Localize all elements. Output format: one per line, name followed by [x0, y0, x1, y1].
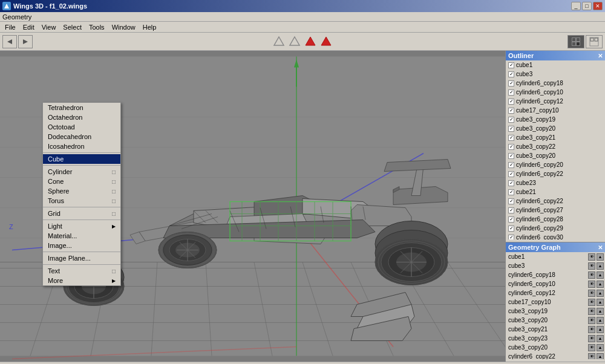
- outliner-item-cyl20[interactable]: cylinder6_copy20: [506, 160, 605, 169]
- outliner-check-cube3c20[interactable]: [508, 126, 514, 132]
- close-button[interactable]: ✕: [593, 2, 603, 10]
- title-bar-buttons[interactable]: _ □ ✕: [571, 2, 603, 10]
- context-menu[interactable]: Tetrahedron Octahedron Octotoad Dodecahe…: [42, 102, 121, 286]
- geo-graph-close-button[interactable]: ✕: [598, 244, 603, 251]
- geo-item-cyl12[interactable]: cylinder6_copy12 👁 ▲: [506, 288, 605, 297]
- ctx-image-plane[interactable]: Image Plane...: [43, 253, 120, 263]
- outliner-check-cyl10[interactable]: [508, 89, 514, 96]
- geo-up-btn-c3c19[interactable]: ▲: [597, 308, 604, 315]
- ctx-tetrahedron[interactable]: Tetrahedron: [43, 103, 120, 112]
- outliner-check-cyl29[interactable]: [508, 226, 514, 232]
- tri-red-up2-icon[interactable]: [320, 36, 332, 48]
- outliner-check-cyl27[interactable]: [508, 207, 514, 213]
- ctx-icosahedron[interactable]: Icosahedron: [43, 141, 120, 151]
- geo-up-btn-cube3[interactable]: ▲: [597, 262, 604, 270]
- view-mode-button1[interactable]: [567, 35, 584, 48]
- geo-item-cyl18[interactable]: cylinder6_copy18 👁 ▲: [506, 270, 605, 279]
- geo-item-cube3c20[interactable]: cube3_copy20 👁 ▲: [506, 316, 605, 325]
- outliner-check-cyl22[interactable]: [508, 171, 514, 177]
- geo-item-cube3c20b[interactable]: cube3_copy20 👁 ▲: [506, 343, 605, 352]
- geo-item-cyl22[interactable]: cylinder6_copy22 👁 ▲: [506, 352, 605, 359]
- minimize-button[interactable]: _: [571, 2, 581, 10]
- view-mode-button2[interactable]: [586, 35, 603, 48]
- geo-eye-btn-c3c21[interactable]: 👁: [588, 326, 595, 333]
- geo-item-cube3c23[interactable]: cube3_copy23 👁 ▲: [506, 334, 605, 343]
- tri-outline-up2-icon[interactable]: [289, 36, 301, 48]
- maximize-button[interactable]: □: [582, 2, 592, 10]
- outliner-check-cube1[interactable]: [508, 62, 514, 68]
- outliner-item-cyl10[interactable]: cylinder6_copy10: [506, 88, 605, 97]
- outliner-item-cyl28[interactable]: cylinder6_copy28: [506, 215, 605, 224]
- outliner-item-cube1[interactable]: cube1: [506, 60, 605, 70]
- ctx-light[interactable]: Light: [43, 221, 120, 231]
- geo-eye-btn-cyl12[interactable]: 👁: [588, 290, 595, 297]
- geo-item-cube17c10[interactable]: cube17_copy10 👁 ▲: [506, 297, 605, 307]
- geo-eye-btn-c3c23[interactable]: 👁: [588, 335, 595, 342]
- menu-tools[interactable]: Tools: [85, 22, 108, 32]
- outliner-check-cyl30[interactable]: [508, 235, 514, 240]
- geo-item-cyl10[interactable]: cylinder6_copy10 👁 ▲: [506, 279, 605, 288]
- geo-eye-btn-cyl10[interactable]: 👁: [588, 281, 595, 288]
- outliner-check-cube17c10[interactable]: [508, 108, 514, 114]
- geo-eye-btn-cyl22[interactable]: 👁: [588, 353, 595, 360]
- geo-eye-btn-cube1[interactable]: 👁: [588, 253, 595, 261]
- outliner-check-cyl22b[interactable]: [508, 198, 514, 204]
- ctx-torus[interactable]: Torus □: [43, 196, 120, 206]
- geo-item-cube1[interactable]: cube1 👁 ▲: [506, 252, 605, 261]
- geo-item-cube3c19[interactable]: cube3_copy19 👁 ▲: [506, 307, 605, 316]
- menu-file[interactable]: File: [1, 22, 19, 32]
- outliner-check-cube23[interactable]: [508, 180, 514, 186]
- geo-item-cube3[interactable]: cube3 👁 ▲: [506, 261, 605, 270]
- ctx-octahedron[interactable]: Octahedron: [43, 112, 120, 122]
- outliner-item-cyl18[interactable]: cylinder6_copy18: [506, 79, 605, 88]
- outliner-check-cyl28[interactable]: [508, 216, 514, 223]
- toolbar-back-button[interactable]: [2, 35, 17, 48]
- outliner-item-cube3c21[interactable]: cube3_copy21: [506, 133, 605, 142]
- geo-eye-btn-c3c20b[interactable]: 👁: [588, 344, 595, 351]
- outliner-item-cube3c19[interactable]: cube3_copy19: [506, 115, 605, 124]
- menu-window[interactable]: Window: [108, 22, 139, 32]
- menu-edit[interactable]: Edit: [19, 22, 38, 32]
- geo-eye-btn-cyl18[interactable]: 👁: [588, 271, 595, 279]
- ctx-cylinder[interactable]: Cylinder □: [43, 167, 120, 177]
- toolbar-forward-button[interactable]: [18, 35, 33, 48]
- tri-outline-up-icon[interactable]: [273, 36, 285, 48]
- outliner-item-cube3[interactable]: cube3: [506, 70, 605, 79]
- ctx-dodecahedron[interactable]: Dodecahedron: [43, 132, 120, 141]
- viewport-3d[interactable]: Z Tetrahedron Octahedron Octotoad Dodeca…: [0, 51, 505, 362]
- outliner-item-cyl30[interactable]: cylinder6_copy30: [506, 233, 605, 239]
- ctx-sphere[interactable]: Sphere □: [43, 186, 120, 196]
- menu-select[interactable]: Select: [59, 22, 85, 32]
- ctx-cube[interactable]: Cube: [43, 154, 120, 164]
- outliner-item-cyl29[interactable]: cylinder6_copy29: [506, 224, 605, 233]
- outliner-close-button[interactable]: ✕: [598, 53, 603, 59]
- outliner-item-cube3c20b[interactable]: cube3_copy20: [506, 151, 605, 160]
- geo-eye-btn-c3c19[interactable]: 👁: [588, 308, 595, 315]
- geo-eye-btn-c3c20[interactable]: 👁: [588, 317, 595, 324]
- geo-up-btn-cyl12[interactable]: ▲: [597, 290, 604, 297]
- outliner-check-cube3c21[interactable]: [508, 135, 514, 141]
- geo-up-btn-c17c10[interactable]: ▲: [597, 299, 604, 306]
- outliner-item-cyl22b[interactable]: cylinder6_copy22: [506, 197, 605, 206]
- geo-up-btn-c3c23[interactable]: ▲: [597, 335, 604, 342]
- outliner-check-cube3[interactable]: [508, 71, 514, 77]
- ctx-octotoad[interactable]: Octotoad: [43, 122, 120, 132]
- geo-up-btn-cyl22[interactable]: ▲: [597, 353, 604, 360]
- ctx-grid[interactable]: Grid □: [43, 209, 120, 218]
- geo-up-btn-c3c21[interactable]: ▲: [597, 326, 604, 333]
- outliner-item-cyl12[interactable]: cylinder6_copy12: [506, 97, 605, 106]
- outliner-check-cube21[interactable]: [508, 189, 514, 195]
- outliner-check-cube3c22[interactable]: [508, 144, 514, 150]
- geo-eye-btn-cube3[interactable]: 👁: [588, 262, 595, 270]
- outliner-item-cyl22[interactable]: cylinder6_copy22: [506, 169, 605, 178]
- ctx-cone[interactable]: Cone □: [43, 177, 120, 186]
- geo-item-cube3c21[interactable]: cube3_copy21 👁 ▲: [506, 325, 605, 334]
- geo-up-btn-c3c20[interactable]: ▲: [597, 317, 604, 324]
- outliner-item-cube21[interactable]: cube21: [506, 187, 605, 197]
- outliner-item-cube17c10[interactable]: cube17_copy10: [506, 106, 605, 115]
- ctx-material[interactable]: Material...: [43, 231, 120, 241]
- ctx-text[interactable]: Text □: [43, 266, 120, 276]
- outliner-item-cube3c20[interactable]: cube3_copy20: [506, 124, 605, 133]
- ctx-image[interactable]: Image...: [43, 241, 120, 250]
- outliner-check-cube3c20b[interactable]: [508, 153, 514, 159]
